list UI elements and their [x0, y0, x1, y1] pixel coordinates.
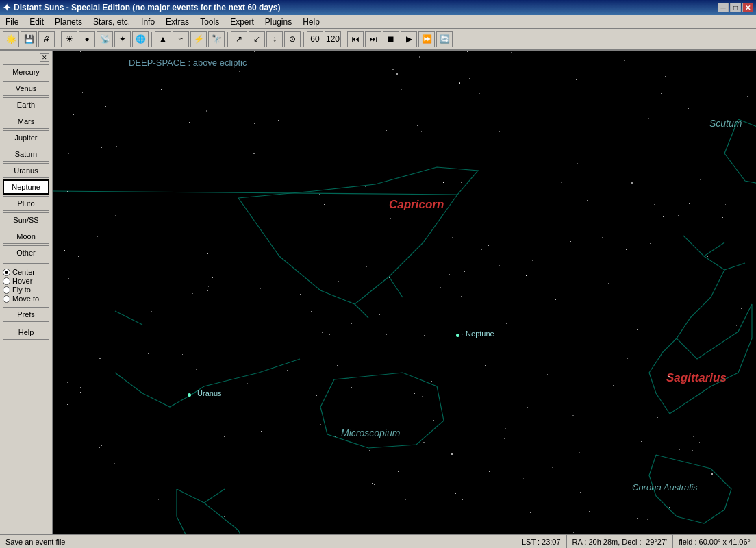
toolbar-btn-icon1[interactable]: ▲ — [155, 31, 171, 47]
toolbar-btn-print[interactable]: 🖨 — [38, 31, 55, 47]
toolbar-btn-icon3[interactable]: ⚡ — [190, 31, 207, 47]
star — [431, 314, 431, 315]
toolbar-btn-skiprev[interactable]: ⏭ — [365, 31, 381, 47]
radio-hover[interactable]: Hover — [3, 277, 49, 285]
star — [488, 245, 489, 246]
radio-circle — [3, 286, 10, 294]
star — [261, 431, 262, 432]
toolbar-btn-fly2[interactable]: ↙ — [249, 31, 265, 47]
sidebar-action-help[interactable]: Help — [3, 325, 49, 340]
star — [699, 442, 700, 443]
star — [323, 227, 324, 227]
radio-fly-to[interactable]: Fly to — [3, 286, 49, 294]
restore-button[interactable]: □ — [730, 3, 741, 12]
star — [90, 233, 90, 234]
sky-view[interactable]: DEEP-SPACE : above ecliptic Capricorn Sa… — [53, 51, 756, 534]
toolbar-btn-zoom120[interactable]: 120 — [325, 31, 341, 47]
menu-item-planets[interactable]: Planets — [49, 15, 88, 28]
toolbar: 🌟💾🖨☀●📡✦🌐▲≈⚡🔭↗↙↕⊙60120⏮⏭⏹▶⏩🔄 — [0, 29, 756, 51]
star — [247, 342, 247, 342]
radio-center[interactable]: Center — [3, 268, 49, 276]
star — [470, 180, 470, 181]
toolbar-btn-play[interactable]: ▶ — [401, 31, 417, 47]
star — [689, 203, 690, 204]
toolbar-btn-sat[interactable]: 📡 — [97, 31, 113, 47]
sidebar-btn-pluto[interactable]: Pluto — [3, 196, 49, 211]
uranus-dot — [188, 393, 191, 397]
toolbar-btn-save[interactable]: 💾 — [21, 31, 37, 47]
star — [665, 76, 666, 77]
star — [396, 73, 398, 75]
sidebar-btn-saturn[interactable]: Saturn — [3, 147, 49, 162]
svg-line-6 — [115, 311, 142, 325]
toolbar-btn-sun[interactable]: ☀ — [61, 31, 77, 47]
sidebar-close-button[interactable]: ✕ — [40, 53, 49, 62]
radio-move-to[interactable]: Move to — [3, 295, 49, 303]
star — [431, 381, 432, 382]
star — [136, 432, 136, 433]
star — [386, 334, 388, 335]
toolbar-btn-icon2[interactable]: ≈ — [173, 31, 189, 47]
star — [313, 219, 314, 219]
sidebar-btn-moon[interactable]: Moon — [3, 229, 49, 244]
minimize-button[interactable]: ─ — [718, 3, 729, 12]
star — [346, 87, 346, 88]
toolbar-btn-zoom60[interactable]: 60 — [307, 31, 323, 47]
sidebar-btn-sun/ss[interactable]: Sun/SS — [3, 212, 49, 227]
constellation-scutum: Scutum — [709, 118, 742, 129]
toolbar-btn-moon[interactable]: ● — [79, 31, 95, 47]
star — [86, 132, 86, 133]
menu-item-tools[interactable]: Tools — [194, 15, 225, 28]
menu-item-edit[interactable]: Edit — [24, 15, 49, 28]
status-lst: LST : 23:07 — [516, 535, 567, 548]
star — [103, 292, 103, 293]
radio-label: Fly to — [12, 286, 31, 294]
menu-item-plugins[interactable]: Plugins — [260, 15, 297, 28]
toolbar-btn-ff[interactable]: ⏩ — [418, 31, 435, 47]
sidebar-btn-uranus[interactable]: Uranus — [3, 163, 49, 178]
sidebar-btn-mercury[interactable]: Mercury — [3, 64, 49, 79]
star — [176, 516, 177, 516]
svg-line-3 — [204, 489, 225, 503]
toolbar-btn-star[interactable]: ✦ — [114, 31, 131, 47]
toolbar-btn-stop[interactable]: ⏹ — [383, 31, 399, 47]
constellation-corona-australis: Corona Australis — [632, 482, 698, 493]
menu-item-expert[interactable]: Expert — [225, 15, 260, 28]
sidebar-action-prefs[interactable]: Prefs — [3, 307, 49, 322]
star — [580, 492, 581, 493]
star — [379, 314, 380, 315]
toolbar-btn-loop[interactable]: 🔄 — [436, 31, 453, 47]
menu-item-starsetc[interactable]: Stars, etc. — [88, 15, 136, 28]
menu-item-info[interactable]: Info — [136, 15, 160, 28]
toolbar-btn-globe[interactable]: 🌐 — [132, 31, 149, 47]
toolbar-btn-scope[interactable]: 🔭 — [208, 31, 225, 47]
menu-item-file[interactable]: File — [0, 15, 24, 28]
sidebar-btn-other[interactable]: Other — [3, 245, 49, 260]
sidebar-btn-jupiter[interactable]: Jupiter — [3, 130, 49, 145]
menu-item-help[interactable]: Help — [297, 15, 325, 28]
toolbar-btn-prev[interactable]: ⏮ — [347, 31, 364, 47]
star — [534, 77, 535, 77]
toolbar-btn-new[interactable]: 🌟 — [3, 31, 19, 47]
star — [166, 521, 167, 521]
status-bar: Save an event file LST : 23:07 RA : 20h … — [0, 534, 756, 548]
star — [646, 258, 647, 258]
sidebar-btn-venus[interactable]: Venus — [3, 81, 49, 96]
sidebar-btn-earth[interactable]: Earth — [3, 97, 49, 112]
status-left: Save an event file — [0, 535, 516, 548]
star — [224, 436, 225, 437]
star — [386, 130, 387, 131]
sidebar-btn-mars[interactable]: Mars — [3, 114, 49, 129]
menu-item-extras[interactable]: Extras — [160, 15, 194, 28]
star — [87, 58, 88, 58]
toolbar-btn-center[interactable]: ⊙ — [284, 31, 301, 47]
star — [253, 153, 255, 154]
toolbar-btn-fly1[interactable]: ↗ — [231, 31, 247, 47]
toolbar-btn-fly3[interactable]: ↕ — [266, 31, 283, 47]
star — [401, 89, 402, 90]
title-bar-controls[interactable]: ─ □ ✕ — [718, 3, 753, 12]
sidebar-btn-neptune[interactable]: Neptune — [3, 179, 49, 195]
close-button[interactable]: ✕ — [742, 3, 753, 12]
star — [633, 412, 633, 413]
uranus-label: · Uranus — [193, 389, 222, 397]
